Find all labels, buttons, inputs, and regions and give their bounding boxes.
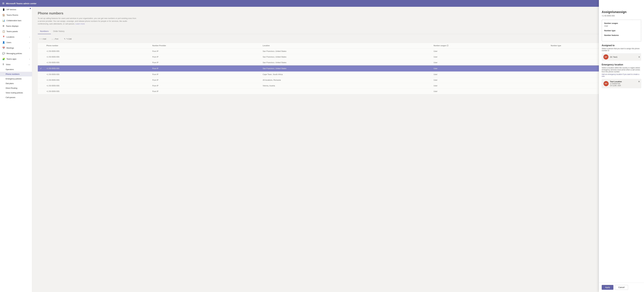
remove-location-button[interactable]: ✕ [638, 80, 640, 83]
toolbar: + + Add ↓ ↓ Port ✎ ✎ Edit [38, 37, 638, 41]
row-check [38, 88, 44, 94]
row-phone: +1 55-5555-555 [44, 77, 150, 83]
sidebar-item-teams-panels[interactable]: 📋 Teams panels [0, 29, 32, 34]
sidebar-sub-item-dial-plans[interactable]: Dial plans [0, 81, 32, 86]
number-features-label: Number features [604, 34, 639, 36]
row-phone: +1 55-5555-555 [44, 60, 150, 65]
panel-title: Assign/unassign [602, 10, 641, 14]
sidebar-label-collab-bars: Collaboration bars [6, 20, 22, 22]
col-number-provider: Number Provider [150, 43, 260, 48]
table-row[interactable]: ✓ +1 55-5555-555 Pure IP San Francisco, … [38, 65, 638, 71]
row-usages: User [431, 71, 548, 77]
sidebar-item-collab-bars[interactable]: 📊 Collaboration bars [0, 18, 32, 23]
number-type-section: Number type [604, 30, 639, 32]
col-location: Location [260, 43, 431, 48]
user-name: OC Test1 [610, 56, 640, 58]
grid-icon[interactable]: ⊞ [2, 2, 4, 5]
number-usages-value: User [604, 25, 639, 27]
users-icon: 👤 [2, 41, 5, 44]
sidebar-item-locations[interactable]: 📍 Locations › [0, 34, 32, 40]
sidebar-label-teams-apps: Teams apps [6, 58, 16, 60]
tab-numbers[interactable]: Numbers [38, 29, 51, 34]
page-description: To set up calling features for users and… [38, 17, 136, 25]
sidebar-item-users[interactable]: 👤 Users › [0, 40, 32, 45]
table-header-row: Phone number Number Provider Location Nu… [38, 43, 638, 48]
table-row[interactable]: +1 55-5555-555 Pure IP User [38, 88, 638, 94]
row-check [38, 48, 44, 54]
row-provider: Pure IP [150, 65, 260, 71]
table-row[interactable]: +1 55-5555-555 Pure IP San Francisco, Un… [38, 60, 638, 65]
number-usages-label: Number usages [604, 22, 639, 24]
sidebar-sub-item-emergency-policies[interactable]: Emergency policies [0, 76, 32, 81]
rooms-icon: 🏠 [2, 14, 5, 16]
row-phone: +1 55-5555-555 [44, 71, 150, 77]
row-phone: +1 55-5555-555 [44, 88, 150, 94]
table-row[interactable]: +1 55-5555-555 Pure IP Cape Town, South … [38, 71, 638, 77]
emergency-location-desc: Select a location within the country or … [602, 67, 641, 73]
add-emergency-location-link[interactable]: Add an emergency location if you want to… [602, 73, 641, 77]
sidebar-sub-label-call-queues: Call queues [6, 96, 15, 98]
sidebar-label-teams-displays: Teams displays [6, 25, 18, 27]
port-button[interactable]: ↓ ↓ Port [50, 37, 60, 41]
table-row[interactable]: +1 55-5555-555 Pure IP San Francisco, Un… [38, 54, 638, 60]
row-usages: User [431, 83, 548, 88]
apply-button[interactable]: Apply [602, 285, 614, 290]
remove-user-button[interactable]: ✕ [638, 56, 640, 58]
location-info: Test Location 1 Central Ave. CA 1234, US… [610, 81, 639, 87]
sidebar-sub-item-operators[interactable]: Operators [0, 67, 32, 72]
sidebar-sub-item-direct-routing[interactable]: Direct Routing [0, 86, 32, 90]
meetings-icon: 📅 [2, 47, 5, 49]
sidebar-item-meetings[interactable]: 📅 Meetings › [0, 45, 32, 51]
port-icon: ↓ [52, 38, 53, 40]
location-chip[interactable]: OC Test Location 1 Central Ave. CA 1234,… [602, 79, 641, 88]
sidebar-sub-item-phone-numbers[interactable]: Phone numbers [0, 72, 32, 76]
location-name: Test Location [610, 81, 639, 83]
learn-more-link[interactable]: Learn more [76, 23, 85, 25]
table-row[interactable]: +1 55-5555-555 Pure IP San Francisco, Un… [38, 48, 638, 54]
sidebar-item-teams-rooms[interactable]: 🏠 Teams Rooms [0, 12, 32, 18]
row-check [38, 54, 44, 60]
row-provider: Pure IP [150, 48, 260, 54]
sidebar-label-sip-devices: SIP devices [6, 9, 16, 11]
main-content: Phone numbers To set up calling features… [32, 0, 644, 292]
displays-icon: 🖥 [2, 25, 4, 27]
row-provider: Pure IP [150, 54, 260, 60]
sidebar-label-teams-panels: Teams panels [6, 30, 18, 33]
row-usages: User [431, 60, 548, 65]
sidebar-sub-label-voice-routing: Voice routing policies [6, 92, 23, 94]
cancel-button[interactable]: Cancel [615, 285, 628, 290]
emergency-location-title: Emergency location [602, 63, 641, 66]
sidebar-sub-item-call-queues[interactable]: Call queues [0, 95, 32, 100]
sidebar-item-teams-apps[interactable]: 🧩 Teams apps › [0, 56, 32, 62]
table-row[interactable]: +1 55-5555-555 Pure IP All locations, Ro… [38, 77, 638, 83]
collab-icon: 📊 [2, 19, 5, 22]
sidebar-item-voice[interactable]: 🎙 Voice ⌄ [0, 62, 32, 67]
location-address1: 1 Central Ave. [610, 83, 639, 85]
sidebar-sub-item-voice-routing[interactable]: Voice routing policies [0, 90, 32, 95]
chevron-down-icon: › [29, 58, 30, 60]
row-location [260, 88, 431, 94]
tab-order-history[interactable]: Order history [51, 29, 67, 34]
sidebar-item-teams-displays[interactable]: 🖥 Teams displays [0, 23, 32, 29]
sidebar-item-sip-devices[interactable]: 📱 SIP devices [0, 7, 32, 12]
sidebar-item-messaging[interactable]: 💬 Messaging policies [0, 51, 32, 56]
device-icon: 📱 [2, 8, 5, 11]
sidebar-label-teams-rooms: Teams Rooms [6, 14, 18, 16]
number-info-box: Number usages User Number type Number fe… [602, 20, 641, 41]
sidebar-label-messaging: Messaging policies [6, 52, 22, 55]
table-row[interactable]: +1 55-5555-555 Pure IP Vienna, Austria U… [38, 83, 638, 88]
top-bar: ⊞ Microsoft Teams admin center [0, 0, 644, 7]
app-title: Microsoft Teams admin center [6, 2, 36, 5]
edit-button[interactable]: ✎ ✎ Edit [62, 37, 73, 41]
row-usages: User [431, 65, 548, 71]
location-address2: CA 1234, USA [610, 85, 639, 87]
row-provider: Pure IP [150, 71, 260, 77]
assigned-to-desc: Select a person that you want to assign … [602, 48, 641, 52]
location-avatar: OC [604, 81, 608, 86]
assigned-user-chip[interactable]: OT OC Test1 ✕ [602, 53, 641, 61]
chevron-down-icon: › [29, 36, 30, 38]
add-button[interactable]: + + Add [38, 37, 48, 41]
row-usages: User [431, 88, 548, 94]
add-icon: + [40, 38, 40, 40]
row-phone: +1 55-5555-555 [44, 65, 150, 71]
